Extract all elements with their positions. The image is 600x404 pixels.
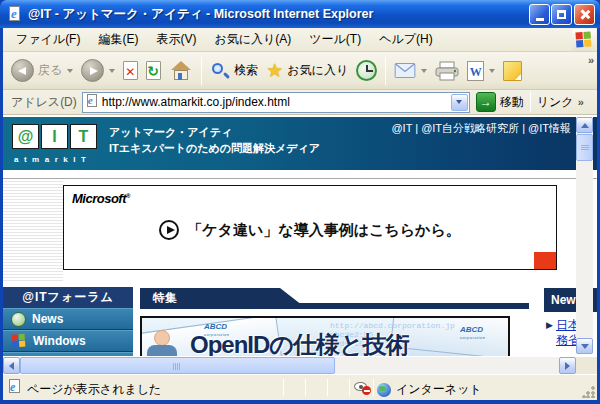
tagline-2: ITエキスパートのための問題解決メディア [109,140,320,156]
horizontal-scroll-thumb[interactable] [20,357,335,374]
address-dropdown-button[interactable] [451,94,468,111]
favorites-label: お気に入り [287,62,348,79]
menu-file[interactable]: ファイル(F) [7,28,89,51]
stop-button[interactable]: ✕ [119,59,142,82]
status-bar: e ページが表示されました インターネット [3,374,597,400]
history-button[interactable] [352,58,381,83]
resize-grip[interactable] [582,385,595,398]
toolbar-separator [201,57,202,85]
scroll-down-button[interactable] [576,338,593,354]
stop-icon: ✕ [123,61,138,80]
ad-message[interactable]: 「ケタ違い」な導入事例はこちらから。 [187,221,461,240]
edit-button[interactable]: W [463,59,499,83]
scroll-up-button[interactable] [576,117,593,133]
mail-dropdown-icon[interactable] [421,69,427,73]
horizontal-scrollbar[interactable] [3,357,576,374]
vertical-scroll-thumb[interactable] [576,134,593,161]
menu-edit[interactable]: 編集(E) [89,28,147,51]
toolbar-overflow-chevron[interactable]: » [588,54,594,66]
edit-word-icon: W [467,61,484,81]
scroll-right-button[interactable] [559,357,576,374]
scroll-left-button[interactable] [3,357,20,374]
back-dropdown-icon[interactable] [67,69,73,73]
refresh-button[interactable]: ↻ [142,59,165,82]
microsoft-ad-banner[interactable]: Microsoft® 「ケタ違い」な導入事例はこちらから。 [63,185,557,270]
windows-flag-icon [11,333,27,349]
title-bar[interactable]: e @IT - アットマーク・アイティ - Microsoft Internet… [0,0,600,28]
minimize-icon [536,18,544,21]
back-label: 戻る [38,62,62,79]
tagline-1: アットマーク・アイティ [109,124,320,140]
logo-letter-at: @ [12,124,39,149]
toolbar: 戻る ✕ ↻ 検索 ★ [3,52,597,90]
status-message: ページが表示されました [27,381,161,398]
go-button[interactable]: → [476,92,496,112]
refresh-icon: ↻ [146,61,161,80]
back-icon [11,59,34,82]
internet-globe-icon [377,383,391,397]
address-input[interactable]: e http://www.atmarkit.co.jp/index.html [82,92,470,113]
menu-help[interactable]: ヘルプ(H) [370,28,442,51]
microsoft-logo: Microsoft® [72,191,130,206]
close-button[interactable] [574,4,595,25]
page-content: @ I T atmarkIT アットマーク・アイティ ITエキスパートのための問… [3,115,597,356]
window-title: @IT - アットマーク・アイティ - Microsoft Internet E… [28,6,373,23]
print-button[interactable] [431,59,463,83]
sidebar-item-label: Windows [33,334,86,348]
site-taglines: アットマーク・アイティ ITエキスパートのための問題解決メディア [109,124,320,156]
security-zone: インターネット [377,381,482,398]
sidebar-item-windows[interactable]: Windows [3,330,133,352]
links-label[interactable]: リンク [537,94,574,111]
page-ie-icon: e [85,94,99,110]
feature-article-image[interactable]: ABCDcorporation ABCDcorporation http://a… [140,316,510,356]
address-bar: アドレス(D) e http://www.atmarkit.co.jp/inde… [3,90,597,115]
zone-label: インターネット [396,381,482,398]
mail-button[interactable] [390,61,431,80]
mail-icon [394,63,416,78]
sidebar-item-label: News [32,312,63,326]
menu-favorites[interactable]: お気に入り(A) [205,28,300,51]
privacy-report-icon[interactable] [354,380,371,395]
ie-app-icon: e [7,6,23,22]
forward-dropdown-icon[interactable] [109,69,115,73]
feature-title: OpenIDの仕様と技術 [190,329,408,356]
messenger-note-icon [503,61,522,81]
menu-view[interactable]: 表示(V) [147,28,205,51]
tab-underline-bar [140,303,529,309]
favorites-button[interactable]: ★ お気に入り [262,59,352,82]
links-overflow-chevron[interactable]: » [578,96,584,108]
ad-orange-square [534,252,556,269]
site-top-links[interactable]: @IT | @IT自分戦略研究所 | @IT情報 [391,121,571,136]
status-ie-icon: e [7,379,23,396]
history-clock-icon [356,60,377,81]
forward-button[interactable] [77,57,119,84]
messenger-button[interactable] [499,59,526,83]
play-icon [159,220,179,240]
maximize-button[interactable] [551,4,572,25]
atmarkit-logo[interactable]: @ I T [12,124,97,149]
search-icon [210,61,230,81]
edit-dropdown-icon[interactable] [489,69,495,73]
menu-tools[interactable]: ツール(T) [300,28,370,51]
search-button[interactable]: 検索 [206,59,262,83]
news-globe-icon [11,312,26,327]
print-icon [435,61,459,81]
close-icon [579,9,590,20]
toolbar-separator [385,57,386,85]
horizontal-scrollbar-row [3,356,597,374]
sidebar-header: @ITフォーラム [3,287,133,308]
home-button[interactable] [165,58,197,84]
minimize-button[interactable] [529,4,550,25]
logo-letter-t: T [70,124,97,149]
favorites-star-icon: ★ [266,61,283,80]
address-separator [530,92,531,112]
vertical-scrollbar[interactable] [576,117,593,354]
sidebar-item-news[interactable]: News [3,308,133,330]
forward-icon [81,59,104,82]
logo-letter-i: I [41,124,68,149]
menu-bar: ファイル(F) 編集(E) 表示(V) お気に入り(A) ツール(T) ヘルプ(… [3,28,597,52]
card-brand: ABCDcorporation [460,326,486,342]
back-button[interactable]: 戻る [7,57,77,84]
logo-wordmark: atmarkIT [14,155,91,164]
search-label: 検索 [234,62,258,79]
